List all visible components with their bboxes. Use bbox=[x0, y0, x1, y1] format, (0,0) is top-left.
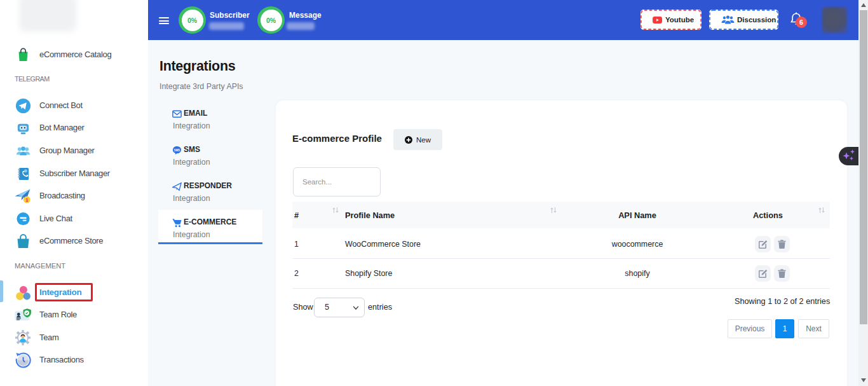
svg-text:SMS: SMS bbox=[174, 148, 180, 151]
